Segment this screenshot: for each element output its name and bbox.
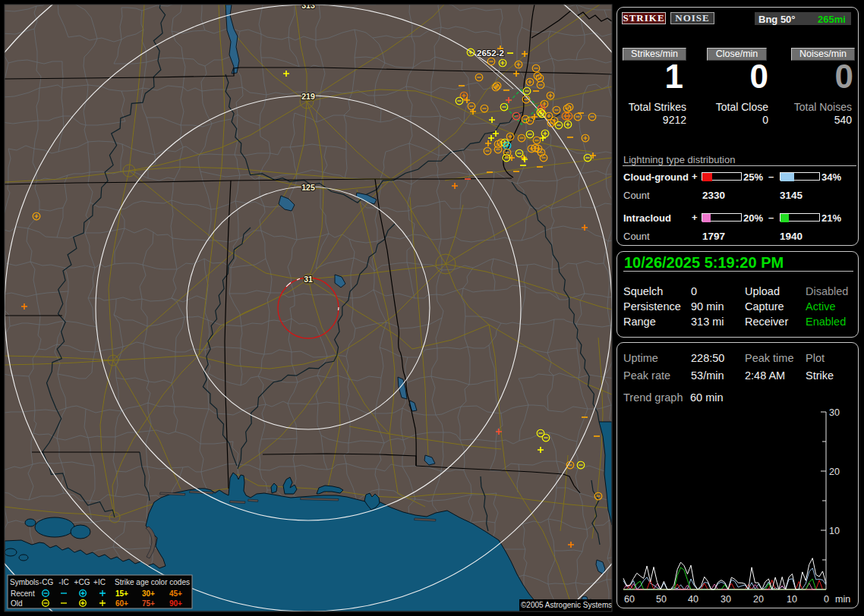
svg-text:10: 10 [829,526,840,536]
svg-text:min: min [835,594,850,605]
svg-text:30: 30 [829,407,840,418]
svg-text:40: 40 [688,594,698,605]
svg-text:30: 30 [721,594,731,605]
svg-text:20: 20 [829,467,840,477]
svg-text:50: 50 [656,594,667,605]
svg-text:20: 20 [753,594,764,605]
svg-text:60: 60 [624,594,635,605]
svg-text:0: 0 [824,594,829,605]
svg-text:10: 10 [787,594,797,605]
